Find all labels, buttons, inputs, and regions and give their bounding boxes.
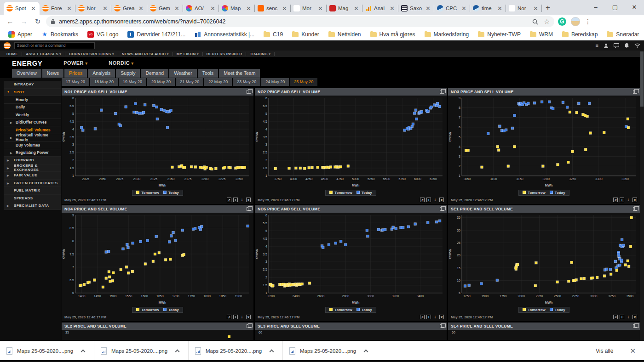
close-window-button[interactable]: ✕ [625, 0, 644, 15]
excel-export-icon[interactable]: X [439, 198, 444, 202]
sidebar-item-forward[interactable]: ▶FORWARD [4, 157, 61, 164]
legend-item-today[interactable]: Today [356, 191, 372, 195]
eikon-logo-icon[interactable] [4, 42, 11, 49]
sidebar-item-green-certificates[interactable]: ▶GREEN CERTIFICATES [4, 180, 61, 187]
open-external-icon[interactable]: ↗ [613, 198, 618, 202]
region-select[interactable]: NORDIC ▾ [109, 60, 133, 66]
download-item[interactable]: Maps 25-05-2020....png [94, 341, 189, 360]
open-external-icon[interactable]: ↗ [227, 198, 231, 202]
tab-overview[interactable]: Overview [12, 69, 41, 78]
chat-icon[interactable] [614, 43, 619, 48]
browser-tab-anal[interactable]: Anal✕ [362, 2, 398, 15]
toolbar-menu-icon[interactable]: ≡ [596, 43, 598, 48]
bookmark-stats[interactable]: Annonsestatistikk |... [191, 30, 258, 39]
browser-tab-gem[interactable]: Gem✕ [147, 2, 183, 15]
legend-item-tomorrow[interactable]: Tomorrow [523, 308, 546, 312]
eikon-search-input[interactable] [14, 42, 95, 49]
browser-tab-saxo[interactable]: Saxo✕ [398, 2, 434, 15]
bookmark-folder[interactable]: Markedsføring [421, 30, 473, 39]
browser-tab-map[interactable]: Map✕ [219, 2, 255, 15]
info-icon[interactable]: i [233, 315, 238, 319]
profile-icon[interactable] [604, 43, 609, 48]
close-tab-icon[interactable]: ✕ [353, 5, 360, 12]
date-tab-21-may-20[interactable]: 21 May 20 [176, 78, 203, 86]
legend-item-tomorrow[interactable]: Tomorrow [136, 308, 159, 312]
info-icon[interactable]: i [620, 315, 624, 319]
bookmark-folder[interactable]: Beredskap [558, 30, 601, 39]
minimize-button[interactable]: – [586, 0, 605, 15]
sidebar-item-price-sell-volume-hourly[interactable]: ▶Price/Sell Volume Hourly [4, 134, 61, 142]
sidebar-item-daily[interactable]: Daily [4, 104, 61, 112]
menu-item-home[interactable]: HOME [6, 52, 22, 56]
close-tab-icon[interactable]: ✕ [389, 5, 396, 12]
legend-item-tomorrow[interactable]: Tomorrow [523, 191, 546, 195]
forward-icon[interactable]: → [18, 16, 29, 27]
browser-tab-grea[interactable]: Grea✕ [111, 2, 147, 15]
date-tab-20-may-20[interactable]: 20 May 20 [147, 78, 175, 86]
bookmark-folder[interactable]: Nyheter-TWP [474, 30, 524, 39]
bookmark-vg[interactable]: VGVG Logo [84, 30, 122, 39]
bookmark-folder[interactable]: Kunder [288, 30, 323, 39]
sidebar-item-weekly[interactable]: Weekly [4, 111, 61, 119]
download-icon[interactable]: ↓ [433, 198, 437, 202]
chevron-up-icon[interactable] [364, 349, 368, 354]
sidebar-item-intraday[interactable]: INTRADAY [4, 81, 61, 89]
bookmark-folder[interactable]: Hva må gjøres [367, 30, 419, 39]
legend-item-tomorrow[interactable]: Tomorrow [329, 308, 352, 312]
scrollbar-thumb[interactable] [640, 51, 644, 107]
download-item[interactable]: Maps 25-05-2020....png [283, 341, 377, 360]
date-tab-24-may-20[interactable]: 24 May 20 [261, 78, 289, 86]
tab-prices[interactable]: Prices [64, 69, 87, 78]
maximize-button[interactable]: ▢ [605, 0, 625, 15]
date-tab-17-may-20[interactable]: 17 May 20 [62, 78, 89, 86]
reload-icon[interactable]: ↻ [32, 16, 43, 27]
legend-item-today[interactable]: Today [550, 191, 565, 195]
grammarly-icon[interactable]: G [558, 17, 566, 26]
close-tab-icon[interactable]: ✕ [425, 5, 431, 12]
date-tab-25-may-20[interactable]: 25 May 20 [290, 78, 317, 86]
open-external-icon[interactable]: ↗ [420, 198, 425, 202]
chevron-up-icon[interactable] [81, 349, 86, 354]
open-external-icon[interactable]: ↗ [613, 315, 618, 319]
sidebar-item-fuel-matrix[interactable]: FUEL MATRIX [4, 187, 61, 195]
info-icon[interactable]: i [620, 198, 624, 202]
profile-avatar[interactable] [571, 17, 580, 26]
popout-icon[interactable] [440, 324, 444, 328]
download-icon[interactable]: ↓ [626, 315, 631, 319]
show-all-downloads-button[interactable]: Vis alle [589, 344, 620, 358]
info-icon[interactable]: i [426, 198, 431, 202]
popout-icon[interactable] [247, 207, 251, 211]
browser-tab-cpc[interactable]: CPC✕ [434, 2, 470, 15]
sidebar-item-fair-value[interactable]: ▶FAIR VALUE [4, 172, 61, 180]
popout-icon[interactable] [633, 90, 637, 94]
popout-icon[interactable] [440, 90, 444, 94]
browser-menu-icon[interactable]: ⋮ [585, 18, 591, 25]
download-icon[interactable]: ↓ [240, 198, 244, 202]
excel-export-icon[interactable]: X [439, 315, 444, 319]
sidebar-item-brokers-exchanges[interactable]: ▶BROKERS & EXCHANGES [4, 164, 61, 172]
close-tab-icon[interactable]: ✕ [102, 5, 109, 12]
close-tab-icon[interactable]: ✕ [209, 5, 216, 12]
download-item[interactable]: Maps 25-05-2020....png [189, 341, 283, 360]
browser-tab-nor[interactable]: Nor✕ [506, 2, 542, 15]
close-tab-icon[interactable]: ✕ [138, 5, 144, 12]
date-tab-23-may-20[interactable]: 23 May 20 [233, 78, 260, 86]
close-downloads-bar-icon[interactable]: ✕ [630, 347, 636, 355]
bookmark-apps[interactable]: Apper [5, 30, 36, 39]
tab-meet-the-team[interactable]: Meet the Team [219, 69, 260, 78]
download-icon[interactable]: ↓ [626, 198, 631, 202]
popout-icon[interactable] [247, 324, 251, 328]
bookmark-star-icon[interactable]: ☆ [544, 18, 550, 25]
legend-item-tomorrow[interactable]: Tomorrow [329, 191, 352, 195]
menu-item-reuters-insider[interactable]: REUTERS INSIDER [203, 52, 246, 56]
popout-icon[interactable] [247, 90, 251, 94]
legend-item-tomorrow[interactable]: Tomorrow [136, 191, 159, 195]
browser-tab-senc[interactable]: senc✕ [255, 2, 291, 15]
tab-news[interactable]: News [42, 69, 63, 78]
info-icon[interactable]: i [233, 198, 238, 202]
popout-icon[interactable] [633, 324, 637, 328]
menu-item-trading[interactable]: TRADING ▾ [246, 52, 275, 56]
download-item[interactable]: Maps 25-05-2020....png [0, 341, 94, 360]
popout-icon[interactable] [633, 207, 637, 211]
tab-analysis[interactable]: Analysis [88, 69, 115, 78]
